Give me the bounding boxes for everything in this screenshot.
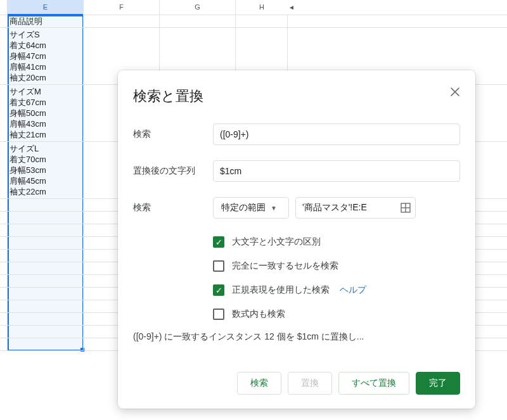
scroll-right-indicator[interactable]: ◄ <box>288 0 295 15</box>
match-case-label: 大文字と小文字の区別 <box>232 236 321 248</box>
replace-label: 置換後の文字列 <box>133 165 213 177</box>
replace-input[interactable] <box>213 160 460 182</box>
cell[interactable]: サイズS 着丈64cm 身幅47cm 肩幅41cm 袖丈20cm <box>8 28 84 85</box>
dialog-title: 検索と置換 <box>133 87 203 106</box>
column-header-g[interactable]: G <box>160 0 236 15</box>
row-header[interactable] <box>0 142 8 199</box>
formulas-label: 数式内も検索 <box>232 309 285 320</box>
cell[interactable]: サイズM 着丈67cm 身幅50cm 肩幅43cm 袖丈21cm <box>8 85 84 142</box>
column-header-h[interactable]: H <box>236 0 288 15</box>
column-e-cells[interactable]: 商品説明サイズS 着丈64cm 身幅47cm 肩幅41cm 袖丈20cmサイズM… <box>8 15 84 351</box>
find-input[interactable] <box>213 124 460 145</box>
cell[interactable] <box>8 326 84 338</box>
column-header-e[interactable]: E <box>8 0 84 15</box>
match-entire-label: 完全に一致するセルを検索 <box>232 260 338 272</box>
scope-dropdown[interactable]: 特定の範囲 ▼ <box>213 197 289 219</box>
row-header[interactable] <box>0 237 8 250</box>
row-header[interactable] <box>0 288 8 300</box>
cell[interactable]: 商品説明 <box>8 15 84 28</box>
regex-checkbox[interactable]: ✓ <box>213 284 224 296</box>
status-message: ([0-9]+) に一致するインスタンス 12 個を $1cm に置換し... <box>133 331 460 343</box>
row-header[interactable] <box>0 250 8 262</box>
cell[interactable]: サイズL 着丈70cm 身幅53cm 肩幅45cm 袖丈22cm <box>8 142 84 199</box>
regex-help-link[interactable]: ヘルプ <box>340 284 366 296</box>
chevron-down-icon: ▼ <box>271 205 277 212</box>
row-header[interactable] <box>0 28 8 85</box>
row-header[interactable] <box>0 224 8 237</box>
cell[interactable] <box>8 338 84 351</box>
row-header[interactable] <box>0 300 8 313</box>
select-range-icon[interactable] <box>401 203 411 213</box>
find-label: 検索 <box>133 129 213 140</box>
select-all-corner[interactable] <box>0 0 8 15</box>
done-button[interactable]: 完了 <box>416 372 460 395</box>
match-entire-checkbox[interactable] <box>213 260 224 272</box>
replace-button[interactable]: 置換 <box>288 372 332 395</box>
cell[interactable] <box>8 275 84 288</box>
check-icon: ✓ <box>215 286 222 295</box>
row-header[interactable] <box>0 275 8 288</box>
cell[interactable] <box>8 199 84 212</box>
scope-label: 検索 <box>133 202 213 213</box>
cell[interactable] <box>8 212 84 224</box>
row-header[interactable] <box>0 85 8 142</box>
column-headers: E F G H ◄ <box>0 0 507 15</box>
row-header[interactable] <box>0 326 8 338</box>
row-header[interactable] <box>0 199 8 212</box>
row-header[interactable] <box>0 15 8 28</box>
regex-label: 正規表現を使用した検索 <box>232 284 330 296</box>
cell[interactable] <box>8 262 84 275</box>
row-header[interactable] <box>0 262 8 275</box>
check-icon: ✓ <box>215 238 222 246</box>
row-header[interactable] <box>0 338 8 351</box>
cell[interactable] <box>8 288 84 300</box>
range-input[interactable] <box>295 197 416 219</box>
close-icon[interactable] <box>450 87 460 99</box>
scope-dropdown-value: 特定の範囲 <box>221 202 266 213</box>
cell[interactable] <box>8 224 84 237</box>
cell[interactable] <box>8 300 84 313</box>
row-header[interactable] <box>0 212 8 224</box>
replace-all-button[interactable]: すべて置換 <box>338 372 409 395</box>
find-replace-dialog: 検索と置換 検索 置換後の文字列 検索 特定の範囲 ▼ <box>118 70 475 409</box>
column-header-f[interactable]: F <box>84 0 160 15</box>
match-case-checkbox[interactable]: ✓ <box>213 236 224 248</box>
find-button[interactable]: 検索 <box>237 372 281 395</box>
cell[interactable] <box>8 313 84 326</box>
row-header[interactable] <box>0 313 8 326</box>
cell[interactable] <box>8 237 84 250</box>
cell[interactable] <box>8 250 84 262</box>
formulas-checkbox[interactable] <box>213 309 224 320</box>
